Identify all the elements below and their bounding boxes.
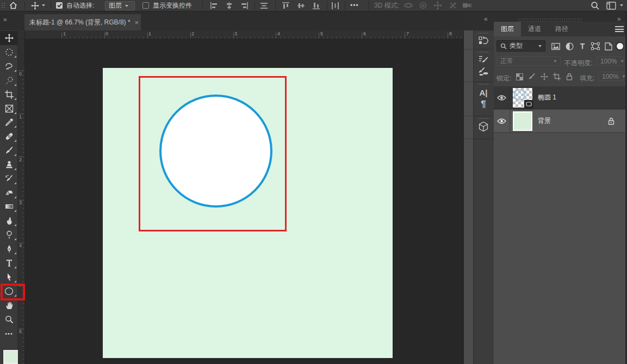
auto-select-target-dropdown[interactable]: 图层 <box>105 1 135 10</box>
visibility-toggle[interactable] <box>494 110 510 133</box>
lock-transparent-pixels-button[interactable] <box>515 72 524 81</box>
dock-group-handle[interactable] <box>477 51 489 53</box>
layer-filter-dropdown[interactable]: 类型 <box>496 40 545 52</box>
lock-label: 锁定: <box>496 74 511 83</box>
canvas-pasteboard[interactable] <box>25 39 463 364</box>
layer-thumbnail[interactable] <box>513 111 532 131</box>
layer-filter-toggle[interactable] <box>616 42 624 51</box>
document-canvas[interactable] <box>103 68 393 358</box>
type-tool[interactable] <box>0 256 18 270</box>
home-icon <box>9 1 18 10</box>
opacity-dropdown[interactable]: 100% <box>597 57 624 66</box>
tab-layers[interactable]: 图层 <box>494 22 521 36</box>
filter-shape-layers-button[interactable] <box>591 41 600 51</box>
eraser-tool[interactable] <box>0 186 18 200</box>
path-selection-tool[interactable] <box>0 270 18 284</box>
filter-adjustment-layers-button[interactable] <box>564 41 574 51</box>
smudge-tool[interactable] <box>0 214 18 228</box>
edit-toolbar-button[interactable]: ••• <box>0 327 18 341</box>
layers-empty-area[interactable] <box>494 133 627 364</box>
dock-group-handle[interactable] <box>477 83 489 85</box>
dock-group-handle[interactable] <box>477 117 489 120</box>
workspace-switcher-button[interactable] <box>606 0 616 11</box>
frame-tool[interactable] <box>0 102 18 116</box>
3d-orbit-button[interactable] <box>403 0 413 11</box>
lasso-tool[interactable] <box>0 59 18 73</box>
distribute-vertical-centers-button[interactable] <box>260 0 268 11</box>
search-button[interactable] <box>591 0 600 11</box>
history-brush-tool[interactable] <box>0 172 18 186</box>
layer-row-ellipse-1[interactable]: 椭圆 1 <box>494 86 627 109</box>
move-tool[interactable] <box>0 31 18 45</box>
more-options-button[interactable]: ••• <box>350 0 359 11</box>
fill-dropdown[interactable]: 100% <box>598 72 624 81</box>
chevron-down-icon <box>554 60 557 62</box>
lock-all-button[interactable] <box>565 72 574 81</box>
vertical-ruler[interactable]: 0 1 2 3 4 6 <box>18 39 25 364</box>
document-tab[interactable]: 未标题-1 @ 66.7% (背景, RGB/8) * × <box>24 14 141 30</box>
3d-roll-button[interactable] <box>419 0 427 11</box>
foreground-color-swatch[interactable] <box>3 350 20 364</box>
3d-panel-button[interactable] <box>477 121 489 133</box>
ruler-origin-box[interactable] <box>18 30 25 39</box>
show-transform-checkbox[interactable]: 显示变换控件 <box>142 0 192 11</box>
brush-settings-panel-button[interactable] <box>477 54 489 66</box>
align-left-edges-button[interactable] <box>210 0 218 11</box>
gradient-tool[interactable] <box>0 199 18 214</box>
brushes-panel-button[interactable] <box>477 65 489 77</box>
tab-channels[interactable]: 通道 <box>521 22 548 36</box>
filter-pixel-layers-button[interactable] <box>551 41 561 51</box>
layer-name[interactable]: 椭圆 1 <box>538 93 556 102</box>
lock-artboard-button[interactable] <box>552 72 561 81</box>
workspace-chevron[interactable] <box>620 0 623 11</box>
align-vertical-centers-button[interactable] <box>297 0 305 11</box>
visibility-toggle[interactable] <box>494 86 510 109</box>
tool-preset-move[interactable] <box>31 0 45 11</box>
zoom-tool[interactable] <box>0 312 18 327</box>
lock-position-button[interactable] <box>540 72 549 81</box>
align-horizontal-centers-button[interactable] <box>225 0 233 11</box>
dodge-tool[interactable] <box>0 228 18 242</box>
expand-dock-icon[interactable]: « <box>484 15 487 23</box>
align-bottom-edges-button[interactable] <box>312 0 320 11</box>
home-button[interactable] <box>9 0 18 11</box>
panel-menu-icon[interactable] <box>615 26 624 32</box>
lock-image-pixels-button[interactable] <box>527 72 536 81</box>
layer-name[interactable]: 背景 <box>538 116 551 125</box>
elliptical-marquee-tool[interactable] <box>0 45 18 59</box>
brush-tool[interactable] <box>0 143 18 158</box>
pen-tool[interactable] <box>0 242 18 256</box>
tab-close-icon[interactable]: × <box>135 18 139 27</box>
ruler-label: 4 <box>19 243 22 248</box>
vector-mask-badge[interactable] <box>524 100 533 109</box>
clone-stamp-tool[interactable] <box>0 158 18 172</box>
tab-overflow-icon[interactable]: » <box>3 16 6 23</box>
dock-resize-gutter[interactable] <box>463 30 473 364</box>
3d-slide-button[interactable] <box>449 0 457 11</box>
ruler-label: 6 <box>19 329 22 334</box>
auto-select-checkbox[interactable]: 自动选择: <box>56 0 94 11</box>
distribute-horizontal-centers-button[interactable] <box>331 0 339 11</box>
filter-type-layers-button[interactable]: T <box>578 41 587 51</box>
crop-tool[interactable] <box>0 87 18 102</box>
history-panel-button[interactable] <box>477 35 489 47</box>
options-bar-drag-handle[interactable] <box>1 2 5 9</box>
align-top-edges-button[interactable] <box>282 0 290 11</box>
layer-row-background[interactable]: 背景 <box>494 110 627 133</box>
ruler-label: 5 <box>320 31 323 36</box>
paragraph-panel-button[interactable]: ¶ <box>477 98 489 110</box>
blend-mode-dropdown[interactable]: 正常 <box>496 57 561 66</box>
3d-pan-button[interactable] <box>433 0 442 11</box>
spot-healing-brush-tool[interactable] <box>0 129 18 143</box>
quick-selection-tool[interactable] <box>0 73 18 87</box>
eyedropper-tool[interactable] <box>0 115 18 129</box>
layer-thumbnail[interactable] <box>513 88 532 108</box>
dock-group-handle[interactable] <box>477 32 489 34</box>
horizontal-ruler[interactable]: 1 0 1 2 3 4 5 6 7 8 <box>25 30 463 39</box>
divider <box>464 81 473 82</box>
filter-smart-objects-button[interactable] <box>604 41 613 51</box>
character-panel-button[interactable]: A| <box>477 86 489 98</box>
align-right-edges-button[interactable] <box>240 0 249 11</box>
3d-camera-button[interactable] <box>462 0 472 11</box>
tab-paths[interactable]: 路径 <box>548 22 575 36</box>
